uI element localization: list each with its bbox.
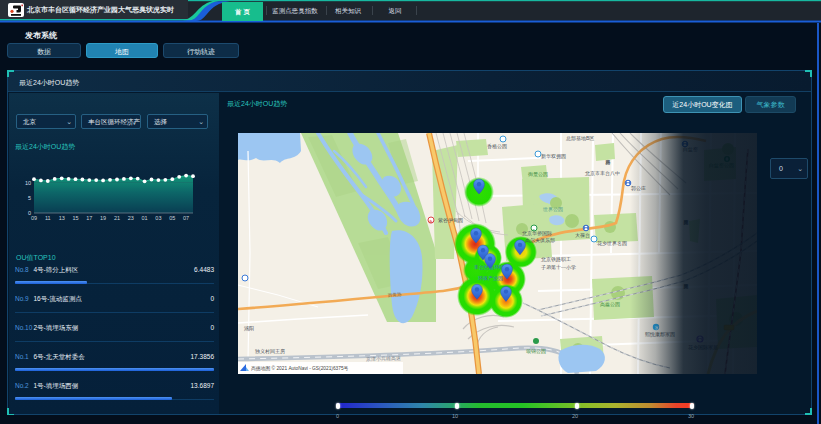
svg-text:颂锦公园: 颂锦公园 [526,348,546,355]
svg-text:高尔夫俱乐部: 高尔夫俱乐部 [525,237,555,244]
svg-text:御景公园: 御景公园 [528,171,548,178]
svg-text:食: 食 [428,219,433,224]
svg-text:子弟第十一小学: 子弟第十一小学 [541,264,576,271]
svg-text:高德地图 © 2021 AutoNavi - GS(2021: 高德地图 © 2021 AutoNavi - GS(2021)6375号 [251,365,349,372]
svg-text:03: 03 [155,215,161,221]
svg-text:涵阳: 涵阳 [244,325,254,332]
svg-text:大葆台: 大葆台 [575,232,590,238]
svg-text:环保产业园: 环保产业园 [478,275,503,282]
svg-text:紫谷伊甸园: 紫谷伊甸园 [438,217,463,224]
svg-text:17: 17 [86,215,92,221]
svg-text:世界公园: 世界公园 [542,206,563,213]
svg-text:15: 15 [72,215,78,221]
svg-text:19: 19 [100,215,106,221]
svg-text:5: 5 [28,195,31,201]
svg-text:07: 07 [183,215,189,221]
svg-text:05: 05 [169,215,175,221]
svg-text:09: 09 [31,215,37,221]
svg-text:13: 13 [59,215,65,221]
svg-text:香格公园: 香格公园 [487,143,507,150]
svg-text:11: 11 [45,215,51,221]
svg-text:花乡世界名园: 花乡世界名园 [597,240,627,247]
svg-text:北京华侨国际: 北京华侨国际 [522,230,552,237]
svg-text:23: 23 [128,215,134,221]
svg-text:01: 01 [142,215,148,221]
svg-text:高鑫公园: 高鑫公园 [600,301,620,308]
svg-text:北京市丰台八中: 北京市丰台八中 [585,170,620,177]
svg-text:独义村回王房: 独义村回王房 [255,348,285,355]
svg-text:北京铁路职工: 北京铁路职工 [541,256,571,263]
svg-text:21: 21 [114,215,120,221]
svg-text:新华双拥园: 新华双拥园 [541,153,566,160]
svg-text:10: 10 [25,180,31,186]
svg-text:总部基地B区: 总部基地B区 [566,135,594,142]
